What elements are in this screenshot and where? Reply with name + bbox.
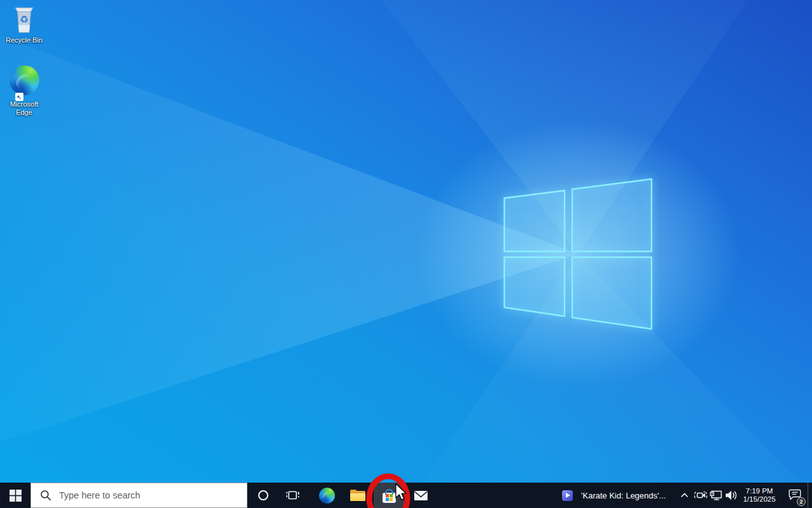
file-explorer-icon bbox=[350, 490, 365, 501]
media-title: 'Karate Kid: Legends'... bbox=[581, 491, 666, 500]
task-view-button[interactable] bbox=[278, 483, 308, 508]
cortana-button[interactable] bbox=[249, 483, 277, 508]
chevron-up-icon bbox=[679, 490, 690, 501]
clock-time: 7:19 PM bbox=[746, 487, 773, 496]
windows-logo-wallpaper bbox=[488, 162, 672, 349]
recycle-bin-icon: ♻ bbox=[11, 5, 37, 34]
speaker-icon bbox=[724, 489, 739, 502]
start-button[interactable] bbox=[0, 483, 30, 508]
windows-desktop: ♻ Recycle Bin ↖ Microsoft Edge bbox=[0, 0, 812, 508]
cortana-icon bbox=[258, 490, 268, 500]
taskbar-edge-button[interactable] bbox=[312, 483, 341, 508]
task-view-icon bbox=[286, 488, 300, 502]
taskbar-clock[interactable]: 7:19 PM 1/15/2025 bbox=[740, 483, 779, 508]
play-icon bbox=[566, 493, 570, 498]
file-explorer-button[interactable] bbox=[343, 483, 372, 508]
mail-button[interactable] bbox=[405, 483, 436, 508]
windows-start-icon bbox=[10, 490, 22, 502]
volume-button[interactable] bbox=[723, 483, 740, 508]
edge-icon bbox=[10, 65, 39, 95]
svg-text:♻: ♻ bbox=[20, 13, 29, 25]
logo-glow bbox=[0, 0, 812, 508]
taskbar: 'Karate Kid: Legends'... bbox=[0, 483, 812, 508]
mail-icon bbox=[414, 490, 428, 501]
edge-shortcut-label: Microsoft Edge bbox=[3, 100, 45, 117]
taskbar-search[interactable] bbox=[30, 483, 247, 508]
recycle-bin-label: Recycle Bin bbox=[6, 36, 43, 44]
microsoft-store-icon bbox=[383, 493, 396, 503]
clock-date: 1/15/2025 bbox=[743, 495, 775, 504]
show-desktop-button[interactable] bbox=[808, 483, 812, 508]
shortcut-arrow-icon: ↖ bbox=[15, 93, 23, 101]
network-button[interactable] bbox=[708, 483, 723, 508]
meet-now-button[interactable] bbox=[693, 483, 708, 508]
media-now-playing-button[interactable]: 'Karate Kid: Legends'... bbox=[553, 483, 678, 508]
show-hidden-icons-button[interactable] bbox=[675, 483, 694, 508]
notification-badge: 2 bbox=[797, 497, 806, 506]
action-center-button[interactable]: 2 bbox=[783, 483, 807, 508]
desktop-icon-recycle-bin[interactable]: ♻ Recycle Bin bbox=[0, 5, 48, 44]
meet-now-camera-icon bbox=[693, 489, 708, 502]
network-ethernet-icon bbox=[709, 489, 723, 502]
edge-icon bbox=[319, 488, 335, 504]
microsoft-store-button[interactable] bbox=[374, 483, 404, 508]
media-player-icon bbox=[562, 490, 573, 501]
desktop-icon-microsoft-edge[interactable]: ↖ Microsoft Edge bbox=[0, 65, 48, 117]
search-icon bbox=[40, 490, 51, 501]
desktop-wallpaper bbox=[0, 0, 812, 508]
search-input[interactable] bbox=[58, 490, 223, 501]
